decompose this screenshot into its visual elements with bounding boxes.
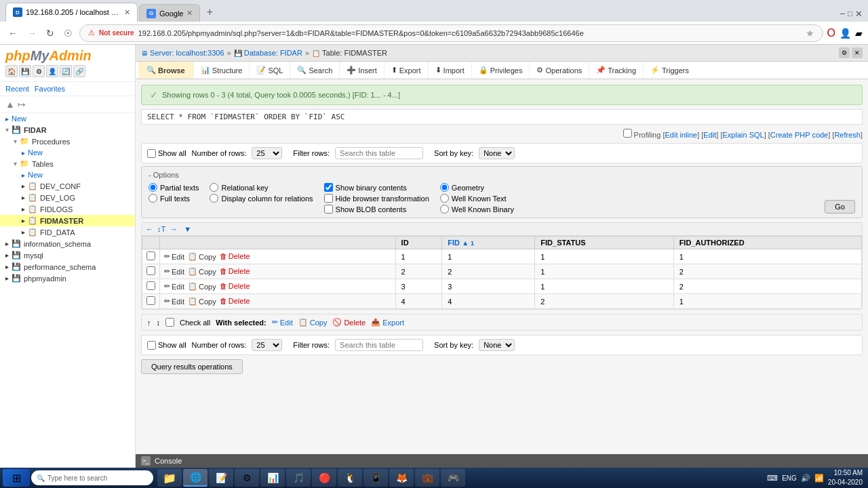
row3-delete-link[interactable]: 🗑 Delete <box>220 282 250 290</box>
new-tab-button[interactable]: + <box>201 4 218 20</box>
sidebar-item-phpmyadmin-db[interactable]: ▸ 💾 phpmyadmin <box>0 272 135 284</box>
sidebar-item-new-proc[interactable]: ▸ New <box>0 147 135 158</box>
sidebar-settings-icon[interactable]: ⚙ <box>33 65 45 77</box>
th-id[interactable]: ID <box>395 237 442 249</box>
sidebar-db-icon[interactable]: 💾 <box>19 65 31 77</box>
th-fid-authorized[interactable]: FID_AUTHORIZED <box>673 237 861 249</box>
row2-edit-link[interactable]: ✏ Edit <box>164 267 184 276</box>
go-button[interactable]: Go <box>825 200 855 214</box>
show-all-label-bottom[interactable]: Show all <box>147 341 186 350</box>
tab-close-2[interactable]: ✕ <box>186 9 193 18</box>
sidebar-item-perf-schema[interactable]: ▸ 💾 performance_schema <box>0 261 135 272</box>
row3-edit-link[interactable]: ✏ Edit <box>164 282 184 291</box>
sidebar-home-icon[interactable]: 🏠 <box>5 65 18 77</box>
console-bar[interactable]: >_ Console <box>136 454 868 468</box>
check-all-checkbox[interactable] <box>165 318 174 327</box>
fid-sort-arrow[interactable]: ▲ <box>462 239 469 247</box>
row1-delete-link[interactable]: 🗑 Delete <box>220 252 250 260</box>
sidebar-item-procedures[interactable]: ▾ 📁 Procedures <box>0 136 135 147</box>
wkb-option[interactable]: Well Known Binary <box>440 205 514 214</box>
favorites-link[interactable]: Favorites <box>35 85 65 93</box>
tab-phpmyadmin[interactable]: D 192.168.0.205 / localhost / FIDA... ✕ <box>5 3 138 22</box>
tab-import[interactable]: ⬇ Import <box>429 62 472 79</box>
row1-checkbox[interactable] <box>146 251 155 260</box>
tab-tracking[interactable]: 📌 Tracking <box>589 62 644 79</box>
arrow-left-icon[interactable]: ← <box>146 225 153 233</box>
show-all-checkbox-top[interactable] <box>147 149 156 158</box>
bottom-delete-link[interactable]: 🚫 Delete <box>332 318 366 327</box>
row1-copy-link[interactable]: 📋 Copy <box>188 252 216 261</box>
row4-checkbox[interactable] <box>146 296 155 305</box>
tab-structure[interactable]: 📊 Structure <box>194 62 250 79</box>
tab-operations[interactable]: ⚙ Operations <box>530 62 589 79</box>
th-fid-status[interactable]: FID_STATUS <box>535 237 673 249</box>
filter-input-top[interactable] <box>335 147 423 159</box>
sidebar-user-icon[interactable]: 👤 <box>46 65 58 77</box>
reload-button[interactable]: ↻ <box>43 26 57 40</box>
sidebar-item-fidmaster[interactable]: ▸ 📋 FIDMASTER <box>0 215 135 226</box>
sidebar-expand-icon[interactable]: ▲ <box>5 99 15 110</box>
options-title[interactable]: - Options <box>149 171 855 179</box>
refresh-link[interactable]: Refresh <box>834 131 861 139</box>
close-button[interactable]: ✕ <box>855 9 863 19</box>
sidebar-item-tables[interactable]: ▾ 📁 Tables <box>0 158 135 169</box>
back-button[interactable]: ← <box>5 26 20 40</box>
sort-select-top[interactable]: None <box>479 147 515 159</box>
tab-triggers[interactable]: ⚡ Triggers <box>644 62 696 79</box>
breadcrumb-database[interactable]: 💾 Database: FIDAR <box>234 49 302 57</box>
show-binary-option[interactable]: Show binary contents <box>324 183 429 192</box>
tab-insert[interactable]: ➕ Insert <box>340 62 384 79</box>
tab-search[interactable]: 🔍 Search <box>290 62 340 79</box>
tab-export[interactable]: ⬆ Export <box>384 62 429 79</box>
tab-browse[interactable]: 🔍 Browse <box>138 62 194 79</box>
partial-texts-option[interactable]: Partial texts <box>149 183 199 192</box>
filter-input-bottom[interactable] <box>335 339 423 351</box>
rows-select-top[interactable]: 25 50 100 <box>252 147 282 159</box>
sidebar-sync-icon[interactable]: 🔄 <box>60 65 72 77</box>
breadcrumb-settings-icon[interactable]: ⚙ <box>839 47 850 58</box>
minimize-button[interactable]: − <box>840 8 845 19</box>
breadcrumb-collapse-icon[interactable]: ✕ <box>852 47 863 58</box>
row3-copy-link[interactable]: 📋 Copy <box>188 282 216 291</box>
sidebar-item-fidar[interactable]: ▾ 💾 FIDAR <box>0 124 135 136</box>
maximize-button[interactable]: □ <box>848 9 852 18</box>
edit-link[interactable]: Edit <box>703 131 716 139</box>
recent-link[interactable]: Recent <box>5 85 29 93</box>
sidebar-item-dev-conf[interactable]: ▸ 📋 DEV_CONF <box>0 180 135 192</box>
wkt-option[interactable]: Well Known Text <box>440 194 514 203</box>
full-texts-option[interactable]: Full texts <box>149 194 199 203</box>
profile-icon[interactable]: 👤 <box>840 28 851 39</box>
rows-select-bottom[interactable]: 25 50 100 <box>252 339 282 351</box>
sidebar-item-info-schema[interactable]: ▸ 💾 information_schema <box>0 238 135 249</box>
tab-google[interactable]: G Google ✕ <box>139 4 200 22</box>
th-fid[interactable]: FID ▲ 1 <box>442 237 535 249</box>
edit-inline-link[interactable]: Edit inline <box>665 131 697 139</box>
bookmark-icon[interactable]: ★ <box>806 28 814 39</box>
tab-close-1[interactable]: ✕ <box>124 8 130 17</box>
row4-copy-link[interactable]: 📋 Copy <box>188 297 216 306</box>
extensions-icon[interactable]: ▰ <box>855 28 863 39</box>
bottom-export-link[interactable]: 📤 Export <box>371 318 404 327</box>
bottom-edit-link[interactable]: ✏ Edit <box>272 318 293 327</box>
row1-edit-link[interactable]: ✏ Edit <box>164 252 184 261</box>
arrow-right-icon[interactable]: → <box>170 225 177 233</box>
explain-sql-link[interactable]: Explain SQL <box>723 131 764 139</box>
sort-select-bottom[interactable]: None <box>479 339 515 351</box>
home-button[interactable]: ☉ <box>61 26 75 40</box>
row4-delete-link[interactable]: 🗑 Delete <box>220 297 250 305</box>
sidebar-more-icon[interactable]: 🔗 <box>73 65 85 77</box>
display-column-option[interactable]: Display column for relations <box>210 194 313 203</box>
row2-delete-link[interactable]: 🗑 Delete <box>220 267 250 275</box>
row2-checkbox[interactable] <box>146 266 155 275</box>
tab-privileges[interactable]: 🔒 Privileges <box>472 62 530 79</box>
hide-browser-option[interactable]: Hide browser transformation <box>324 194 429 203</box>
geometry-option[interactable]: Geometry <box>440 183 514 192</box>
show-all-checkbox-bottom[interactable] <box>147 341 156 350</box>
filter-col-icon[interactable]: ▼ <box>184 225 191 233</box>
sidebar-item-mysql[interactable]: ▸ 💾 mysql <box>0 249 135 261</box>
sidebar-item-fidlogs[interactable]: ▸ 📋 FIDLOGS <box>0 203 135 215</box>
profiling-checkbox[interactable] <box>623 129 632 138</box>
show-blob-option[interactable]: Show BLOB contents <box>324 205 429 214</box>
sidebar-item-dev-log[interactable]: ▸ 📋 DEV_LOG <box>0 192 135 203</box>
bottom-copy-link[interactable]: 📋 Copy <box>298 318 328 327</box>
